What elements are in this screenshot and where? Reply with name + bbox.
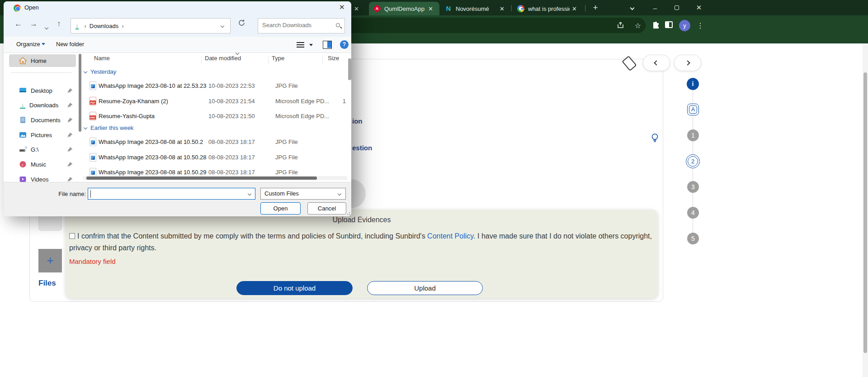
breadcrumb-location[interactable]: Downloads [90, 23, 118, 29]
list-scrollbar-thumb[interactable] [348, 58, 351, 80]
sidebar-scrollbar[interactable] [79, 54, 81, 132]
sidebar-item-home[interactable]: Home [9, 54, 76, 67]
recent-locations-chevron[interactable] [45, 22, 48, 31]
maximize-button[interactable] [668, 0, 686, 15]
file-type-select[interactable]: Custom Files [260, 188, 346, 200]
file-row[interactable]: WhatsApp Image 2023-08-08 at 10.50.29 08… [83, 166, 348, 177]
tab-close-icon[interactable]: ✕ [352, 5, 361, 12]
tab-google-search[interactable]: what is professio ✕ [513, 2, 583, 15]
bookmark-star-icon[interactable]: ☆ [633, 21, 643, 31]
side-panel-icon[interactable] [665, 21, 673, 28]
upload-button[interactable]: Upload [367, 281, 483, 295]
tab-close-icon[interactable]: ✕ [426, 5, 435, 12]
pin-icon [67, 177, 72, 182]
cancel-button[interactable]: Cancel [307, 202, 346, 215]
sidebar-item-g-drive[interactable]: ? G:\ [9, 143, 76, 156]
column-header-type[interactable]: Type [272, 55, 284, 62]
refresh-icon[interactable] [238, 19, 245, 29]
stepper-section-a[interactable]: A [687, 104, 699, 115]
sidebar-item-music[interactable]: ♪ Music [9, 158, 76, 171]
next-button[interactable] [674, 55, 701, 71]
help-icon[interactable]: ? [340, 40, 349, 49]
file-name-input[interactable] [88, 188, 255, 200]
stepper-step-3[interactable]: 3 [687, 181, 699, 193]
file-name-label: File name: [49, 191, 86, 197]
organize-menu[interactable]: Organize [16, 41, 45, 48]
share-icon[interactable] [616, 21, 626, 31]
google-icon [517, 5, 524, 12]
stepper-step-5[interactable]: 5 [687, 233, 699, 244]
up-arrow-icon[interactable]: ↑ [57, 19, 61, 29]
partial-link-2[interactable]: estion [352, 144, 372, 152]
horizontal-scrollbar[interactable] [83, 176, 347, 180]
view-dropdown-chevron[interactable] [309, 44, 313, 46]
open-button[interactable]: Open [260, 202, 301, 215]
column-header-size[interactable]: Size [328, 55, 339, 62]
stepper-step-2-current[interactable]: 2 [686, 154, 700, 168]
pin-icon [67, 133, 72, 138]
group-header[interactable]: Earlier this week [83, 124, 133, 131]
kebab-menu-icon[interactable]: ⋮ [695, 21, 705, 31]
new-tab-button[interactable]: + [587, 0, 604, 15]
file-row[interactable]: WhatsApp Image 2023-08-08 at 10.50.28 08… [83, 151, 348, 164]
text-caret [90, 190, 91, 198]
collapse-chevron-icon[interactable] [84, 125, 87, 129]
forward-arrow-icon[interactable]: → [30, 19, 38, 29]
downloads-mini-icon: ↓ [75, 23, 79, 29]
file-row[interactable]: WhatsApp Image 2023-08-08 at 10.50.2 08-… [83, 135, 348, 149]
jpg-file-icon [90, 168, 96, 177]
page-scrollbar-thumb[interactable] [863, 72, 867, 353]
sidebar-item-pictures[interactable]: Pictures [9, 129, 76, 141]
mandatory-field-note: Mandatory field [69, 258, 116, 265]
panel-title: Upload Evidences [66, 216, 658, 224]
list-scrollbar[interactable] [348, 54, 351, 177]
address-bar[interactable] [316, 18, 646, 33]
collapse-chevron-icon[interactable] [84, 69, 87, 73]
tab-novoresume[interactable]: N Novorésumé ✕ [440, 2, 511, 15]
sidebar-item-downloads[interactable]: ↓ Downloads [9, 99, 76, 111]
stepper-step-1[interactable]: 1 [687, 129, 699, 141]
page-scrollbar[interactable] [863, 43, 868, 377]
consent-checkbox[interactable] [69, 233, 75, 239]
do-not-upload-button[interactable]: Do not upload [236, 281, 353, 295]
stepper-info-badge[interactable]: i [687, 78, 699, 90]
partial-link-1[interactable]: ion [352, 117, 363, 125]
view-list-icon[interactable] [297, 42, 304, 48]
extensions-puzzle-icon[interactable] [651, 21, 661, 31]
sidebar-item-documents[interactable]: Documents [9, 114, 76, 126]
minimize-button[interactable]: – [646, 0, 664, 15]
dialog-close-icon[interactable]: ✕ [339, 3, 345, 11]
add-file-tile[interactable]: + [38, 249, 62, 272]
pdf-file-icon [90, 97, 96, 105]
hint-lightbulb-icon[interactable] [651, 133, 659, 145]
tab-qumldemoapp[interactable]: A QumlDemoApp ✕ [369, 2, 439, 15]
pin-icon [67, 88, 72, 93]
stepper-step-4[interactable]: 4 [687, 207, 699, 219]
tab-search-chevron[interactable] [623, 0, 641, 15]
file-row[interactable]: WhatsApp Image 2023-08-10 at 22.53.23 10… [83, 79, 348, 93]
search-box[interactable] [258, 18, 345, 33]
close-window-button[interactable]: ✕ [690, 0, 708, 15]
search-input[interactable] [262, 22, 330, 29]
file-row[interactable]: Resume-Yashi-Gupta 10-08-2023 21:50 Micr… [83, 110, 348, 123]
jpg-file-icon [90, 81, 96, 90]
files-section-label: Files [38, 279, 56, 288]
avatar[interactable]: y [679, 20, 690, 31]
address-dropdown-chevron[interactable] [221, 24, 224, 28]
column-header-name[interactable]: Name [94, 55, 110, 62]
previous-button[interactable] [643, 55, 670, 71]
content-policy-link[interactable]: Content Policy [427, 232, 473, 240]
preview-pane-icon[interactable] [323, 41, 332, 49]
back-arrow-icon[interactable]: ← [14, 19, 22, 29]
sidebar-item-desktop[interactable]: Desktop [9, 84, 76, 97]
file-row[interactable]: Resume-Zoya-Khanam (2) 10-08-2023 21:54 … [83, 95, 348, 108]
tab-close-icon[interactable]: ✕ [570, 5, 579, 12]
resize-grip[interactable] [345, 210, 350, 215]
horizontal-scrollbar-thumb[interactable] [86, 177, 317, 180]
file-name-dropdown-chevron[interactable] [248, 192, 251, 196]
column-header-date[interactable]: Date modified [205, 55, 241, 62]
group-header[interactable]: Yesterday [83, 68, 116, 75]
new-folder-button[interactable]: New folder [56, 41, 84, 48]
breadcrumb[interactable]: ↓ › Downloads › [71, 18, 231, 33]
tab-close-icon[interactable]: ✕ [498, 5, 506, 12]
